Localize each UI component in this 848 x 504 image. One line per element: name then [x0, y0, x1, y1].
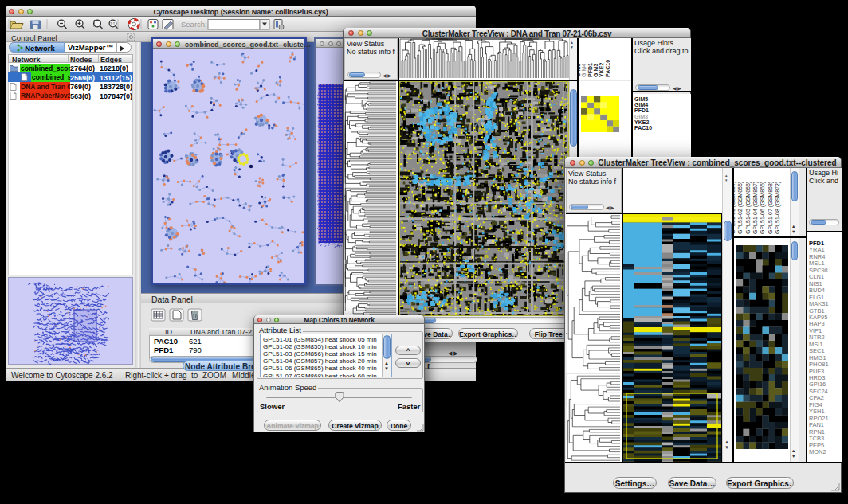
- svg-text:Search:: Search:: [181, 20, 207, 29]
- svg-text:1:1: 1:1: [110, 22, 116, 26]
